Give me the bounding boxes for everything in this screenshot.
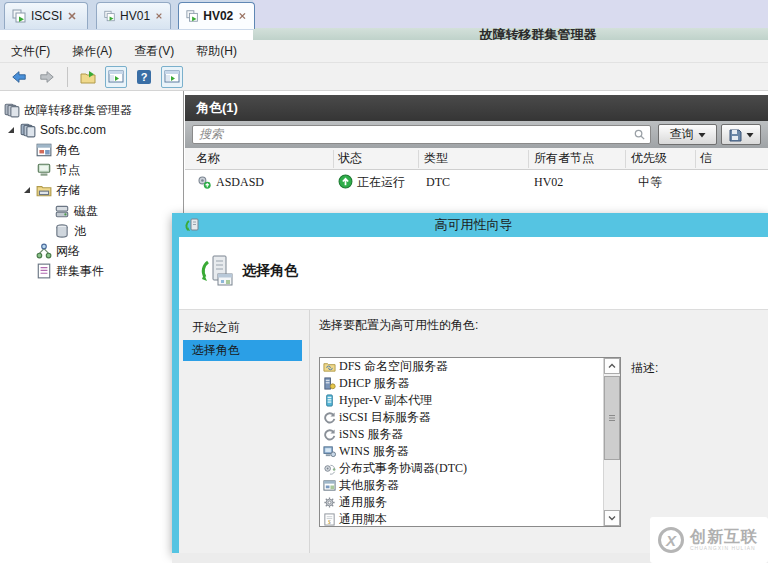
menu-action[interactable]: 操作(A) [61, 40, 123, 62]
role-option-label: iSNS 服务器 [339, 426, 403, 443]
role-option-wins[interactable]: WINS 服务器 [320, 443, 620, 460]
menu-view[interactable]: 查看(V) [123, 40, 185, 62]
console-window-icon [108, 69, 124, 85]
dhcp-server-icon [323, 377, 336, 390]
forward-arrow-icon [39, 69, 55, 85]
scroll-down-button[interactable] [604, 510, 620, 526]
step-before-you-begin[interactable]: 开始之前 [183, 317, 302, 338]
export-button[interactable] [77, 66, 99, 88]
networks-icon [36, 243, 52, 259]
role-option-dtc[interactable]: 分布式事务协调器(DTC) [320, 460, 620, 477]
wizard-icon [184, 217, 200, 233]
tree-item-cluster-manager[interactable]: 故障转移群集管理器 [0, 100, 188, 120]
watermark-text: 创新互联 [690, 528, 758, 545]
toolbar: ? [0, 62, 768, 91]
watermark-subtext: CHUANGXIN HULIAN [690, 545, 758, 552]
role-option-label: DFS 命名空间服务器 [339, 358, 448, 375]
tree-item-label: 故障转移群集管理器 [24, 102, 132, 119]
role-option-label: iSCSI 目标服务器 [339, 409, 431, 426]
pools-icon [54, 223, 70, 239]
back-button[interactable] [8, 66, 30, 88]
help-button[interactable]: ? [133, 66, 155, 88]
tab-hv02[interactable]: HV02 [178, 2, 255, 29]
hyperv-server-icon [323, 394, 336, 407]
tree-item-label: 池 [74, 223, 86, 240]
clustered-role-icon [196, 174, 211, 189]
column-divider[interactable] [333, 150, 334, 168]
role-option-generic-service[interactable]: 通用服务 [320, 494, 620, 511]
role-option-label: Hyper-V 副本代理 [339, 392, 432, 409]
role-status: 正在运行 [357, 174, 405, 190]
role-option-iscsi-target[interactable]: iSCSI 目标服务器 [320, 409, 620, 426]
listbox-scrollbar[interactable] [603, 358, 620, 526]
column-name[interactable]: 名称 [196, 148, 220, 169]
script-icon: s [323, 513, 336, 526]
dialog-header: 选择角色 [179, 237, 768, 310]
background-titlebar-clipped: 故障转移群集管理器 [253, 28, 768, 40]
panel-title: 角色(1) [185, 95, 768, 121]
dialog-title: 高可用性向导 [179, 216, 768, 234]
expand-triangle-icon[interactable] [22, 185, 32, 195]
dtc-icon [323, 462, 336, 475]
dialog-titlebar: 高可用性向导 [179, 213, 768, 237]
tab-label: HV01 [120, 9, 150, 23]
toolbar-separator [67, 67, 68, 87]
back-arrow-icon [11, 69, 27, 85]
tree-item-sofs-bc-com[interactable]: Sofs.bc.com [0, 120, 190, 140]
high-availability-wizard-dialog: 高可用性向导 选择角色 开始之前 选择角色 选择要配置为高可用性的角色: DFS… [172, 213, 768, 553]
expand-triangle-icon[interactable] [6, 125, 16, 135]
scrollbar-thumb[interactable] [604, 376, 620, 460]
column-divider[interactable] [695, 150, 696, 168]
role-option-hyperv-replica[interactable]: Hyper-V 副本代理 [320, 392, 620, 409]
scroll-up-button[interactable] [604, 358, 620, 374]
show-console-tree-button[interactable] [105, 66, 127, 88]
tab-hv01[interactable]: HV01 [96, 2, 171, 29]
search-input[interactable] [192, 125, 651, 144]
tree-item-label: 存储 [56, 182, 80, 199]
column-type[interactable]: 类型 [424, 148, 448, 169]
close-icon[interactable] [67, 11, 77, 21]
help-icon: ? [136, 69, 152, 85]
role-option-dfs[interactable]: DFS 命名空间服务器 [320, 358, 620, 375]
search-box [192, 125, 651, 144]
description-label: 描述: [631, 360, 658, 377]
column-owner[interactable]: 所有者节点 [534, 148, 594, 169]
step-select-role[interactable]: 选择角色 [183, 340, 302, 361]
role-option-dhcp[interactable]: DHCP 服务器 [320, 375, 620, 392]
table-row[interactable]: ASDASD 正在运行 DTC HV02 中等 [185, 170, 768, 194]
forward-button[interactable] [36, 66, 58, 88]
close-icon[interactable] [238, 11, 247, 21]
cluster-manager-icon [4, 102, 20, 118]
console-tree: 故障转移群集管理器 Sofs.bc.com 角色 节点 存储 磁盘 池 [0, 91, 184, 563]
column-divider[interactable] [528, 150, 529, 168]
close-icon[interactable] [155, 11, 163, 21]
role-option-other-server[interactable]: 其他服务器 [320, 477, 620, 494]
role-option-generic-script[interactable]: s 通用脚本 [320, 511, 620, 527]
select-role-icon [198, 253, 234, 289]
cluster-icon [20, 122, 36, 138]
role-option-label: DHCP 服务器 [339, 375, 410, 392]
tree-item-storage[interactable]: 存储 [0, 180, 206, 200]
tree-item-label: 节点 [56, 162, 80, 179]
column-divider[interactable] [418, 150, 419, 168]
show-action-pane-button[interactable] [161, 66, 183, 88]
cx-logo-icon: X [658, 527, 684, 553]
column-priority[interactable]: 优先级 [631, 148, 667, 169]
role-listbox[interactable]: DFS 命名空间服务器 DHCP 服务器 Hyper-V 副本代理 iSCSI … [319, 357, 621, 527]
column-status[interactable]: 状态 [338, 148, 362, 169]
tab-label: ISCSI [31, 9, 62, 23]
menu-file[interactable]: 文件(F) [0, 40, 61, 62]
query-button-label: 查询 [670, 126, 694, 143]
rdp-window-icon [12, 9, 26, 23]
menu-help[interactable]: 帮助(H) [185, 40, 248, 62]
query-button[interactable]: 查询 [658, 124, 717, 145]
role-option-isns[interactable]: iSNS 服务器 [320, 426, 620, 443]
role-option-label: 分布式事务协调器(DTC) [339, 460, 467, 477]
save-query-button[interactable] [721, 124, 761, 145]
table-header: 名称 状态 类型 所有者节点 优先级 信 [185, 148, 768, 170]
column-info[interactable]: 信 [700, 148, 712, 169]
column-divider[interactable] [625, 150, 626, 168]
tab-iscsi[interactable]: ISCSI [4, 2, 88, 29]
select-role-prompt: 选择要配置为高可用性的角色: [319, 317, 478, 334]
watermark: X 创新互联 CHUANGXIN HULIAN [650, 517, 768, 563]
